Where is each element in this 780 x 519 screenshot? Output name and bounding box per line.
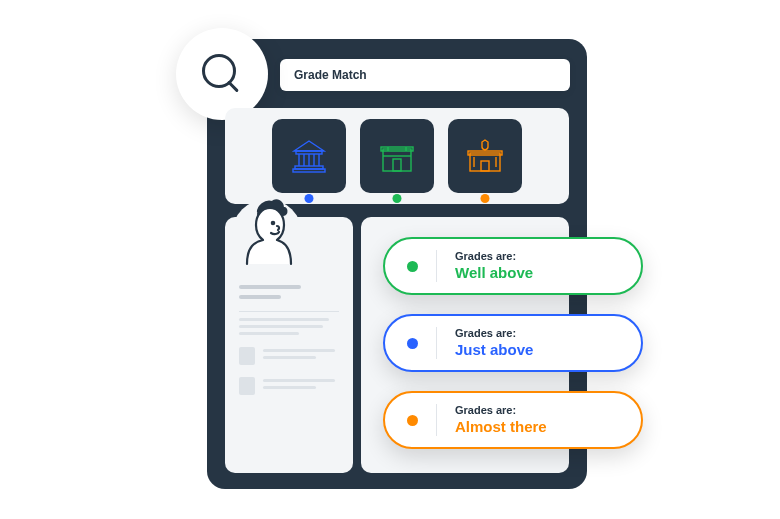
divider bbox=[436, 250, 437, 282]
grade-result-well-above[interactable]: Grades are: Well above bbox=[383, 237, 643, 295]
status-dot-icon bbox=[407, 261, 418, 272]
divider bbox=[239, 311, 339, 312]
placeholder-line bbox=[263, 379, 335, 382]
placeholder-line bbox=[239, 332, 299, 335]
grade-result-just-above[interactable]: Grades are: Just above bbox=[383, 314, 643, 372]
divider bbox=[436, 404, 437, 436]
columns-building-icon bbox=[286, 133, 332, 179]
grade-label: Grades are: bbox=[455, 327, 533, 341]
status-dot-icon bbox=[407, 415, 418, 426]
civic-building-icon bbox=[462, 133, 508, 179]
category-tiles-panel bbox=[225, 108, 569, 204]
search-button[interactable] bbox=[176, 28, 268, 120]
placeholder-line bbox=[263, 356, 316, 359]
grade-label: Grades are: bbox=[455, 250, 533, 264]
search-icon bbox=[200, 52, 244, 96]
school-building-icon bbox=[374, 133, 420, 179]
search-input[interactable]: Grade Match bbox=[280, 59, 570, 91]
grade-value: Just above bbox=[455, 341, 533, 360]
civic-tile[interactable] bbox=[448, 119, 522, 193]
document-icon bbox=[239, 377, 255, 395]
svg-point-20 bbox=[272, 222, 274, 224]
institution-tile[interactable] bbox=[272, 119, 346, 193]
status-dot-icon bbox=[407, 338, 418, 349]
placeholder-line bbox=[263, 386, 316, 389]
divider bbox=[436, 327, 437, 359]
svg-rect-10 bbox=[393, 159, 401, 171]
document-row bbox=[239, 375, 339, 395]
svg-rect-16 bbox=[481, 161, 489, 171]
svg-rect-0 bbox=[296, 151, 322, 154]
grade-label: Grades are: bbox=[455, 404, 547, 418]
grade-value: Well above bbox=[455, 264, 533, 283]
grade-value: Almost there bbox=[455, 418, 547, 437]
placeholder-line bbox=[239, 318, 329, 321]
svg-rect-7 bbox=[293, 169, 325, 172]
placeholder-line bbox=[263, 349, 335, 352]
grade-result-almost-there[interactable]: Grades are: Almost there bbox=[383, 391, 643, 449]
school-tile[interactable] bbox=[360, 119, 434, 193]
document-icon bbox=[239, 347, 255, 365]
placeholder-line bbox=[239, 325, 323, 328]
placeholder-line bbox=[239, 285, 301, 289]
search-value: Grade Match bbox=[294, 68, 367, 82]
tile-dot-indicator bbox=[393, 194, 402, 203]
svg-rect-8 bbox=[383, 149, 411, 171]
tile-dot-indicator bbox=[481, 194, 490, 203]
placeholder-line bbox=[239, 295, 281, 299]
avatar bbox=[225, 192, 309, 276]
document-row bbox=[239, 345, 339, 365]
